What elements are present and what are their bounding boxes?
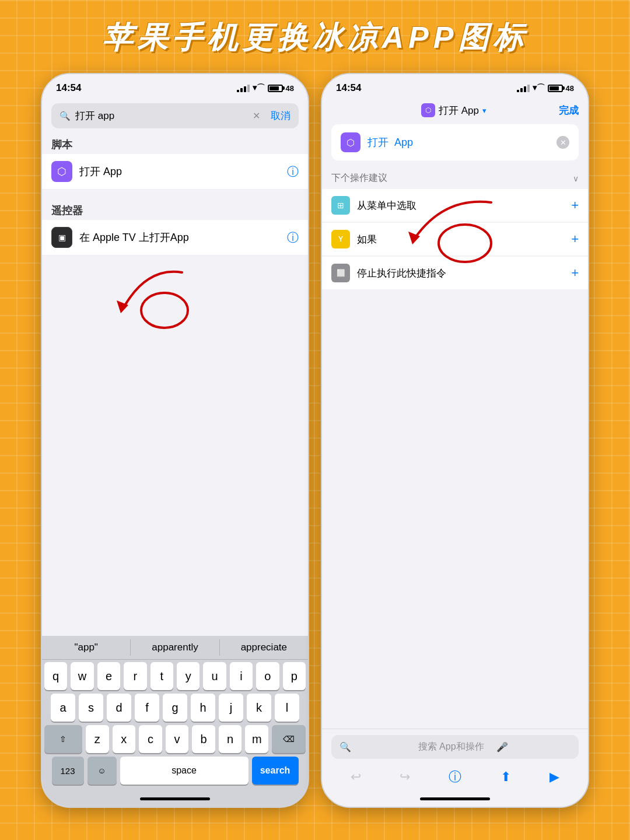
key-c[interactable]: c [139,725,162,753]
action-clear-button[interactable]: ✕ [556,136,569,149]
key-k[interactable]: k [247,694,271,722]
nav-dropdown-icon[interactable]: ▾ [482,106,487,115]
info-icon-1[interactable]: ⓘ [287,164,299,180]
keyboard: "app" apparently appreciate q w e r t y … [42,636,308,807]
search-bottom-placeholder: 搜索 App和操作 [418,741,492,753]
home-indicator-right [322,790,588,807]
delete-key[interactable]: ⌫ [272,725,306,753]
key-g[interactable]: g [163,694,187,722]
key-i[interactable]: i [230,662,253,690]
wifi-icon: ▾⌒ [253,83,265,93]
home-bar-right [420,797,490,800]
key-m[interactable]: m [245,725,268,753]
search-bottom-bar[interactable]: 🔍 搜索 App和操作 🎤 [331,735,579,759]
action-icon: ⬡ [341,132,360,152]
done-button[interactable]: 完成 [559,104,579,117]
key-t[interactable]: t [150,662,173,690]
suggestion-stop-label: 停止执行此快捷指令 [357,267,571,280]
appletv-label: 在 Apple TV 上打开App [79,230,287,244]
right-phone: 14:54 ▾⌒ 48 ⬡ 打开 App ▾ 完成 [321,73,589,808]
key-123[interactable]: 123 [52,757,84,785]
page-title: 苹果手机更换冰凉APP图标 [0,0,630,73]
search-bar[interactable]: 🔍 ✕ 取消 [51,103,299,128]
key-row-2: a s d f g h j k l [44,694,306,722]
cancel-button[interactable]: 取消 [271,109,290,123]
action-card[interactable]: ⬡ 打开 App ✕ [331,124,579,160]
suggestion-if[interactable]: Y 如果 + [322,223,588,256]
search-key[interactable]: search [252,757,299,785]
nav-title: 打开 App [439,104,479,117]
mic-icon[interactable]: 🎤 [496,741,570,752]
key-f[interactable]: f [135,694,159,722]
suggestion-stop-add[interactable]: + [571,265,579,281]
key-q[interactable]: q [44,662,67,690]
key-j[interactable]: j [219,694,243,722]
autocomplete-apparently[interactable]: apparently [131,639,219,656]
signal-icon [237,85,250,92]
autocomplete-app[interactable]: "app" [42,639,131,656]
key-a[interactable]: a [51,694,75,722]
key-b[interactable]: b [192,725,215,753]
suggestion-if-add[interactable]: + [571,232,579,247]
arrow-annotation-left [77,261,205,331]
key-y[interactable]: y [177,662,200,690]
battery-icon-right [548,85,563,92]
info-icon-2[interactable]: ⓘ [287,230,299,246]
home-indicator-left [42,790,308,807]
battery-percent: 48 [286,84,294,93]
time-right: 14:54 [336,82,361,94]
suggestion-menu[interactable]: ⊞ 从菜单中选取 + [322,189,588,222]
action-text: 打开 App [368,135,550,149]
section-divider [42,190,308,199]
key-d[interactable]: d [107,694,131,722]
battery-icon [268,85,283,92]
suggestion-menu-label: 从菜单中选取 [357,199,571,212]
key-l[interactable]: l [275,694,299,722]
signal-icon-right [517,85,530,92]
redo-button[interactable]: ↪ [400,769,410,785]
key-n[interactable]: n [219,725,242,753]
status-icons-right: ▾⌒ 48 [517,83,574,93]
open-app-icon: ⬡ [51,161,72,182]
wifi-icon-right: ▾⌒ [533,83,545,93]
autocomplete-appreciate[interactable]: appreciate [220,639,308,656]
suggestions-header: 下个操作建议 ∨ [322,165,588,189]
key-p[interactable]: p [283,662,306,690]
section-script: 脚本 [42,133,308,154]
list-item-appletv[interactable]: ▣ 在 Apple TV 上打开App ⓘ [42,220,308,256]
key-o[interactable]: o [256,662,279,690]
suggestion-stop-icon: ⬜ [331,264,350,282]
key-h[interactable]: h [191,694,215,722]
undo-button[interactable]: ↩ [351,769,361,785]
search-bottom-icon: 🔍 [340,741,414,752]
play-toolbar-button[interactable]: ▶ [550,769,559,785]
key-u[interactable]: u [203,662,226,690]
key-v[interactable]: v [166,725,189,753]
shift-key[interactable]: ⇧ [44,725,82,753]
status-bar-right: 14:54 ▾⌒ 48 [322,74,588,99]
nav-center[interactable]: ⬡ 打开 App ▾ [421,103,487,117]
key-z[interactable]: z [86,725,109,753]
autocomplete-row: "app" apparently appreciate [42,636,308,660]
key-r[interactable]: r [124,662,146,690]
share-toolbar-button[interactable]: ⬆ [501,769,511,785]
key-s[interactable]: s [79,694,103,722]
key-x[interactable]: x [113,725,136,753]
search-clear-icon[interactable]: ✕ [253,110,260,121]
list-item-open-app[interactable]: ⬡ 打开 App ⓘ [42,154,308,190]
time-left: 14:54 [56,82,81,94]
suggestion-stop[interactable]: ⬜ 停止执行此快捷指令 + [322,257,588,289]
emoji-key[interactable]: ☺ [88,757,117,785]
nav-icon: ⬡ [421,103,435,117]
key-w[interactable]: w [71,662,93,690]
suggestion-menu-add[interactable]: + [571,198,579,213]
action-app: App [394,136,413,148]
key-e[interactable]: e [97,662,120,690]
keys-area: q w e r t y u i o p a s d f g h [42,660,308,790]
bottom-toolbar: ↩ ↪ ⓘ ⬆ ▶ [322,765,588,790]
search-input[interactable] [75,110,248,122]
key-row-1: q w e r t y u i o p [44,662,306,690]
space-key[interactable]: space [120,757,249,785]
suggestions-chevron-icon[interactable]: ∨ [573,174,579,183]
info-toolbar-button[interactable]: ⓘ [449,768,461,786]
